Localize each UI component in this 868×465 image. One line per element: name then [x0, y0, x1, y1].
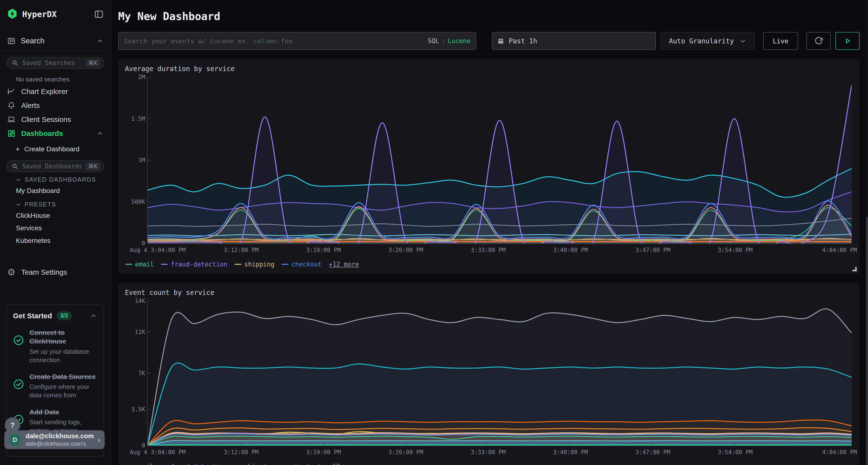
x-tick-label: 3:12:00 PM: [224, 247, 259, 254]
sidebar-item-dashboards[interactable]: Dashboards: [0, 127, 111, 140]
x-tick-label: Aug 4 3:04:00 PM: [130, 247, 185, 254]
legend-label: email: [135, 463, 154, 465]
get-started-title: Get Started: [13, 312, 52, 320]
presets-header[interactable]: PRESETS: [0, 197, 111, 209]
legend-item-checkout[interactable]: checkout: [282, 261, 321, 268]
legend-item-shipping[interactable]: shipping: [235, 463, 274, 465]
shortcut-badge: ⌘K: [85, 59, 100, 67]
y-tick-label: 11K: [135, 329, 145, 335]
x-tick-label: 3:54:00 PM: [718, 247, 753, 254]
refresh-button[interactable]: [807, 32, 831, 50]
legend-item-email[interactable]: email: [125, 261, 154, 268]
lang-separator: |: [441, 37, 445, 44]
x-tick-label: 4:04:00 PM: [822, 247, 857, 254]
get-started-item-sources[interactable]: Create Data Sources Configure where your…: [13, 372, 97, 400]
legend-more-link[interactable]: +12 more: [329, 463, 359, 465]
x-tick-label: 3:40:00 PM: [553, 449, 588, 456]
sidebar-item-search[interactable]: Search: [0, 35, 111, 47]
sidebar-item-kubernetes[interactable]: Kubernetes: [0, 234, 111, 247]
x-tick-label: 3:33:00 PM: [471, 247, 506, 254]
sidebar-item-services[interactable]: Services: [0, 222, 111, 234]
help-button[interactable]: ?: [5, 417, 20, 433]
no-saved-searches-text: No saved searches: [16, 76, 111, 83]
event-search-box[interactable]: SQL|Lucene: [118, 32, 476, 50]
get-started-item-connect[interactable]: Connect to ClickHouse Set up your databa…: [13, 328, 97, 364]
event-search-input[interactable]: [124, 37, 428, 45]
hyperdx-logo-icon: [7, 8, 18, 20]
x-tick-label: 4:04:00 PM: [822, 449, 857, 456]
legend-item-fraud-detection[interactable]: fraud-detection: [161, 261, 227, 268]
live-button[interactable]: Live: [763, 32, 798, 50]
laptop-icon: [7, 115, 16, 124]
search-section-icon: [7, 37, 16, 45]
sidebar-item-alerts[interactable]: Alerts: [0, 99, 111, 112]
time-range-value: Past 1h: [509, 37, 537, 45]
legend-item-email[interactable]: email: [125, 463, 154, 465]
chevron-right-icon: ›: [98, 435, 100, 444]
page-title: My New Dashboard: [118, 10, 860, 23]
bell-icon: [7, 101, 16, 110]
sidebar-item-team-settings[interactable]: ⚙ Team Settings: [0, 265, 111, 279]
page-scrollbar[interactable]: [866, 0, 868, 465]
y-tick-label: 0: [142, 240, 145, 247]
user-menu[interactable]: D dale@clickhouse.com dale@clickhouse.co…: [4, 430, 105, 449]
search-icon: [11, 60, 18, 66]
shortcut-badge: ⌘K: [85, 162, 100, 170]
legend-swatch: [125, 264, 132, 265]
create-dashboard-button[interactable]: + Create Dashboard: [0, 140, 111, 154]
granularity-select[interactable]: Auto Granularity: [661, 32, 755, 50]
chart-legend: emailfraud-detectionshippingcheckout+12 …: [125, 463, 853, 465]
dashboards-icon: [7, 129, 16, 138]
chart-plot-area[interactable]: [147, 77, 851, 244]
y-tick-label: 500K: [131, 199, 145, 205]
y-tick-label: 14K: [135, 298, 145, 304]
sidebar-item-client-sessions[interactable]: Client Sessions: [0, 112, 111, 127]
granularity-value: Auto Granularity: [669, 37, 734, 45]
gear-icon: ⚙: [7, 268, 16, 277]
x-tick-label: 3:33:00 PM: [471, 449, 506, 456]
calendar-icon: [497, 37, 504, 44]
run-query-button[interactable]: [835, 32, 860, 50]
legend-label: shipping: [244, 463, 274, 465]
y-tick-label: 2M: [138, 74, 145, 80]
legend-label: shipping: [244, 261, 274, 268]
chevron-up-icon[interactable]: [90, 312, 97, 319]
chevron-down-icon: [16, 202, 21, 207]
chevron-up-icon: [96, 38, 103, 44]
scrollbar-thumb[interactable]: [866, 217, 868, 465]
sidebar-item-my-dashboard[interactable]: My Dashboard: [0, 185, 111, 197]
x-tick-label: 3:26:00 PM: [389, 449, 424, 456]
chart-panel-event-count: Event count by service 03.5K7K11K14K Aug…: [118, 283, 860, 465]
chart-explorer-icon: [7, 88, 16, 96]
x-tick-label: 3:54:00 PM: [718, 449, 753, 456]
saved-dashboards-input[interactable]: ⌘K: [6, 160, 104, 172]
sidebar: HyperDX Search ⌘K No saved searches Char…: [0, 0, 111, 465]
lucene-toggle[interactable]: Lucene: [448, 37, 470, 44]
legend-label: email: [135, 261, 154, 268]
search-section-label: Search: [21, 37, 91, 45]
saved-dashboards-field[interactable]: [22, 163, 82, 170]
y-tick-label: 1.5M: [131, 115, 145, 122]
legend-item-shipping[interactable]: shipping: [235, 261, 274, 268]
sidebar-divider: [0, 50, 111, 51]
legend-item-fraud-detection[interactable]: fraud-detection: [161, 463, 227, 465]
saved-dashboards-header[interactable]: SAVED DASHBOARDS: [0, 172, 111, 185]
y-tick-label: 7K: [138, 370, 145, 376]
sidebar-item-clickhouse[interactable]: ClickHouse: [0, 209, 111, 222]
user-email: dale@clickhouse.com: [26, 432, 93, 440]
panel-resize-handle[interactable]: [852, 267, 857, 271]
user-org: dale@clickhouse.com's: [26, 440, 93, 447]
saved-searches-field[interactable]: [22, 59, 82, 66]
sidebar-item-chart-explorer[interactable]: Chart Explorer: [0, 85, 111, 99]
brand-title: HyperDX: [22, 9, 89, 19]
time-range-picker[interactable]: Past 1h: [492, 32, 656, 50]
legend-more-link[interactable]: +12 more: [329, 261, 359, 268]
chart-plot-area[interactable]: [147, 301, 851, 446]
x-tick-label: 3:40:00 PM: [553, 247, 588, 254]
legend-item-checkout[interactable]: checkout: [282, 463, 321, 465]
collapse-sidebar-button[interactable]: [94, 9, 104, 19]
saved-searches-input[interactable]: ⌘K: [6, 57, 104, 69]
sql-toggle[interactable]: SQL: [428, 37, 439, 44]
x-tick-label: 3:19:00 PM: [306, 247, 341, 254]
x-tick-label: 3:19:00 PM: [306, 449, 341, 456]
